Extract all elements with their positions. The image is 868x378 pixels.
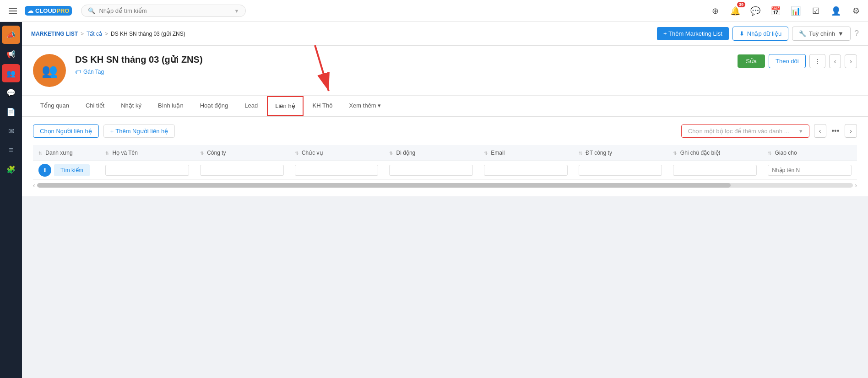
add-contact-button[interactable]: + Thêm Người liên hệ [103,124,175,138]
sidebar: 📣 📢 👥 💬 📄 ✉ ≡ 🧩 [0,22,22,378]
tasks-button[interactable]: ☑ [809,5,822,17]
search-avatar-icon: ⬆ [43,167,47,173]
tab-chi-tiet[interactable]: Chi tiết [78,96,112,116]
search-email[interactable] [484,165,568,176]
tab-tong-quan[interactable]: Tổng quan [33,96,76,116]
sort-icon: ⇅ [38,151,42,156]
group-icon: 👥 [42,63,58,78]
notification-button[interactable]: 🔔 39 [729,5,742,17]
content-area: Chọn Người liên hệ + Thêm Người liên hệ … [22,117,868,196]
breadcrumb-all[interactable]: Tất cả [87,31,102,37]
chevron-down-icon: ▼ [838,30,844,37]
breadcrumb-home[interactable]: MARKETING LIST [31,31,78,37]
col-ho-va-ten: ⇅ Họ và Tên [100,145,195,161]
sidebar-item-contacts[interactable]: 👥 [2,64,20,82]
col-di-dong: ⇅ Di động [384,145,478,161]
search-input[interactable] [99,7,230,14]
tab-binh-luan[interactable]: Bình luận [151,96,191,116]
chart-button[interactable]: 📊 [789,5,802,17]
pagination-next-button[interactable]: › [845,124,857,138]
search-td-3 [289,161,384,180]
wrench-icon: 🔧 [799,30,806,37]
tab-lien-he[interactable]: Liên hệ [267,96,303,116]
help-button[interactable]: ? [854,29,859,38]
add-marketing-list-button[interactable]: + Thêm Marketing List [657,27,729,40]
filter-pagination: ‹ ••• › [814,124,857,138]
search-ho-va-ten[interactable] [105,165,189,176]
import-data-button[interactable]: ⬇ Nhập dữ liệu [732,27,788,41]
breadcrumb-current: DS KH SN tháng 03 (gửi ZNS) [111,31,185,37]
user-button[interactable]: 👤 [830,5,842,17]
breadcrumb-bar: MARKETING LIST > Tất cả > DS KH SN tháng… [22,22,868,46]
settings-button[interactable]: ⚙ [850,5,863,17]
search-giao-cho[interactable] [768,165,852,176]
hamburger-button[interactable] [5,4,20,18]
tabs-wrapper: Tổng quan Chi tiết Nhật ký Bình luận Hoạ… [22,96,868,117]
edit-button[interactable]: Sửa [738,54,765,68]
users-icon: 👥 [6,69,16,78]
next-record-button[interactable]: › [845,54,857,68]
search-dt-cong-ty[interactable] [579,165,662,176]
scroll-left-icon[interactable]: ‹ [33,182,35,189]
sidebar-item-chat[interactable]: 💬 [2,83,20,102]
tag-row[interactable]: 🏷 Gán Tag [75,69,728,75]
search-ghi-chu[interactable] [673,165,757,176]
sidebar-item-list[interactable]: ≡ [2,141,20,159]
page-header-info: DS KH SN tháng 03 (gửi ZNS) 🏷 Gán Tag [75,54,728,75]
sidebar-item-campaigns[interactable]: 📣 [2,26,20,44]
document-icon: 📄 [6,108,16,116]
follow-button[interactable]: Theo dõi [769,54,806,68]
page-header-actions: Sửa Theo dõi ⋮ ‹ › [738,54,857,68]
tab-kh-tho[interactable]: KH Thô [305,96,340,116]
scroll-right-icon[interactable]: › [855,182,857,189]
search-td-5 [478,161,573,180]
sidebar-item-plugins[interactable]: 🧩 [2,160,20,178]
search-button[interactable]: Tìm kiếm [54,164,90,176]
select-contact-button[interactable]: Chọn Người liên hệ [33,124,99,138]
search-td-2 [195,161,289,180]
tab-hoat-dong[interactable]: Hoạt động [193,96,236,116]
page-title: DS KH SN tháng 03 (gửi ZNS) [75,54,728,65]
pagination-more-button[interactable]: ••• [828,125,843,137]
search-di-dong[interactable] [389,165,473,176]
sort-icon: ⇅ [200,151,204,156]
search-chuc-vu[interactable] [295,165,379,176]
col-email: ⇅ Email [478,145,573,161]
more-options-button[interactable]: ⋮ [809,54,825,68]
message-button[interactable]: 💬 [749,5,762,17]
sidebar-item-documents[interactable]: 📄 [2,103,20,121]
search-icon: 🔍 [88,7,95,14]
search-avatar: ⬆ [38,164,51,177]
filter-placeholder: Chọn một bộ lọc để thêm vào danh ... [688,128,789,135]
search-cong-ty[interactable] [200,165,284,176]
tab-xem-them[interactable]: Xem thêm ▾ [342,96,388,116]
customize-button[interactable]: 🔧 Tuỳ chỉnh ▼ [792,27,851,41]
envelope-icon: ✉ [8,127,14,135]
search-td-6 [573,161,668,180]
calendar-button[interactable]: 📅 [769,5,782,17]
filter-select-dropdown[interactable]: Chọn một bộ lọc để thêm vào danh ... ▾ [681,124,809,138]
page-header: 👥 DS KH SN tháng 03 (gửi ZNS) 🏷 Gán Tag … [22,46,868,96]
scrollbar-track[interactable] [37,183,853,188]
search-bar[interactable]: 🔍 ▼ [81,5,246,17]
tab-nhat-ky[interactable]: Nhật ký [114,96,149,116]
bullhorn-icon: 📢 [6,50,16,59]
sort-icon: ⇅ [484,151,488,156]
tab-lead[interactable]: Lead [237,96,265,116]
prev-record-button[interactable]: ‹ [829,54,841,68]
cloud-icon: ☁ [27,7,33,14]
pagination-prev-button[interactable]: ‹ [814,124,826,138]
chat-icon: 💬 [6,88,16,97]
add-button[interactable]: ⊕ [709,5,722,17]
download-icon: ⬇ [739,30,744,37]
cloudpro-logo[interactable]: ☁ CLOUDPRO [25,6,72,16]
sidebar-item-announcements[interactable]: 📢 [2,45,20,63]
notification-badge: 39 [737,2,745,7]
sort-icon: ⇅ [389,151,393,156]
col-danh-xung: ⇅ Danh xưng [33,145,100,161]
scrollbar-area: ‹ › [33,182,857,189]
tag-label: Gán Tag [83,69,104,75]
add-contact-label: Thêm Người liên hệ [115,128,168,135]
breadcrumb-sep2: > [105,31,108,37]
sidebar-item-mail[interactable]: ✉ [2,122,20,140]
